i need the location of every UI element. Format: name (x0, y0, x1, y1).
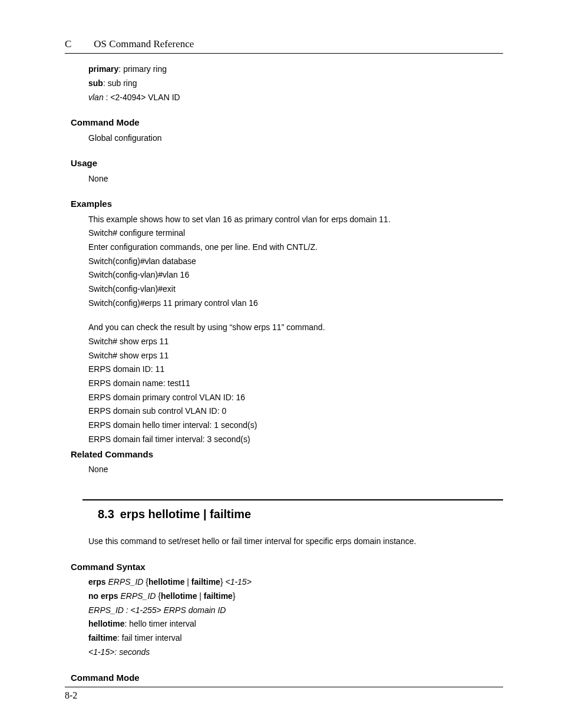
syntax-line-5: failtime: fail timer interval (88, 632, 503, 645)
section-heading-8-3: 8.3erps hellotime | failtime (98, 505, 503, 523)
section-description: Use this command to set/reset hello or f… (88, 535, 503, 548)
heading-usage: Usage (71, 156, 503, 170)
related-body: None (88, 463, 503, 476)
usage-body: None (88, 173, 503, 186)
section-title: erps hellotime | failtime (120, 508, 251, 521)
desc: : hello timer interval (124, 619, 196, 628)
page-footer: 8-2 (65, 687, 503, 703)
kw: failtime (191, 577, 220, 587)
kw: erps (88, 577, 108, 587)
param-primary: primary: primary ring (88, 63, 503, 76)
kw: failtime (88, 633, 117, 643)
kw: failtime (204, 591, 233, 601)
running-header: COS Command Reference (65, 37, 503, 54)
brace: } (233, 591, 236, 601)
param-vlan: vlan : <2-4094> VLAN ID (88, 91, 503, 104)
text-line: Switch# show erps 11 (88, 335, 503, 348)
arg: ERPS_ID (120, 591, 158, 601)
text-line: None (88, 173, 503, 186)
text-line: None (88, 463, 503, 476)
param-sub: sub: sub ring (88, 77, 503, 90)
syntax-line-4: hellotime: hello timer interval (88, 618, 503, 631)
pipe: | (187, 577, 191, 587)
text-line: ERPS domain fail timer interval: 3 secon… (88, 433, 503, 446)
param-term: primary (88, 64, 118, 74)
command-mode-body: Global configuration (88, 132, 503, 145)
text-line: This example shows how to set vlan 16 as… (88, 213, 503, 226)
examples-body: This example shows how to set vlan 16 as… (88, 213, 503, 446)
arg: <1-15> (225, 577, 251, 587)
syntax-line-1: erps ERPS_ID {hellotime | failtime} <1-1… (88, 576, 503, 589)
desc: : fail timer interval (117, 633, 182, 643)
param-desc: : sub ring (103, 78, 137, 88)
heading-command-mode: Command Mode (71, 116, 503, 129)
text-line: ERPS domain hello timer interval: 1 seco… (88, 419, 503, 432)
param-term: sub (88, 78, 103, 88)
text-line: Switch(config-vlan)#vlan 16 (88, 269, 503, 282)
heading-command-syntax: Command Syntax (71, 560, 503, 574)
header-title: OS Command Reference (94, 38, 194, 50)
kw: hellotime (148, 577, 187, 587)
param-block: primary: primary ring sub: sub ring vlan… (88, 63, 503, 104)
header-letter: C (65, 37, 71, 52)
heading-related-commands: Related Commands (71, 447, 503, 461)
text-line: And you can check the result by using “s… (88, 321, 503, 334)
syntax-line-3: ERPS_ID : <1-255> ERPS domain ID (88, 604, 503, 617)
text-line: ERPS domain name: test11 (88, 377, 503, 390)
text-line: Switch# show erps 11 (88, 350, 503, 363)
kw: no erps (88, 591, 120, 601)
kw: hellotime (161, 591, 199, 601)
spacer (88, 311, 503, 320)
text-line: Switch(config-vlan)#exit (88, 283, 503, 296)
section-rule (82, 499, 503, 500)
syntax-line-6: <1-15>: seconds (88, 646, 503, 659)
text-line: ERPS domain ID: 11 (88, 363, 503, 376)
text-line: ERPS domain primary control VLAN ID: 16 (88, 391, 503, 404)
page: COS Command Reference primary: primary r… (0, 0, 562, 728)
text-line: Switch(config)#erps 11 primary control v… (88, 297, 503, 310)
heading-command-mode-2: Command Mode (71, 671, 503, 684)
arg: ERPS_ID (108, 577, 146, 587)
heading-examples: Examples (71, 197, 503, 210)
kw: hellotime (88, 619, 124, 628)
syntax-body: erps ERPS_ID {hellotime | failtime} <1-1… (88, 576, 503, 658)
text-line: ERPS domain sub control VLAN ID: 0 (88, 405, 503, 418)
param-desc: : primary ring (118, 64, 167, 74)
section-number: 8.3 (98, 508, 114, 521)
syntax-line-2: no erps ERPS_ID {hellotime | failtime} (88, 590, 503, 603)
text-line: Global configuration (88, 132, 503, 145)
param-desc: : <2-4094> VLAN ID (106, 93, 180, 102)
param-term: vlan (88, 93, 106, 102)
text-line: Switch# configure terminal (88, 227, 503, 240)
text-line: Switch(config)#vlan database (88, 255, 503, 268)
page-number: 8-2 (65, 690, 77, 700)
pipe: | (199, 591, 204, 601)
text-line: Enter configuration commands, one per li… (88, 241, 503, 254)
